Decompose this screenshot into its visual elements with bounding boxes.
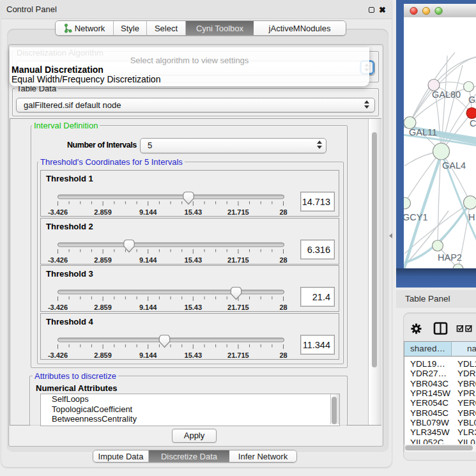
svg-text:HAP2: HAP2 bbox=[438, 252, 462, 263]
svg-text:9.144: 9.144 bbox=[139, 351, 157, 358]
svg-text:Threshold 3: Threshold 3 bbox=[46, 269, 93, 279]
svg-text:GAL11: GAL11 bbox=[409, 127, 437, 137]
svg-text:Threshold 1: Threshold 1 bbox=[46, 174, 93, 183]
svg-text:21.715: 21.715 bbox=[227, 351, 249, 358]
svg-text:15.43: 15.43 bbox=[185, 303, 203, 311]
svg-text:28: 28 bbox=[279, 351, 287, 358]
svg-text:GAL4: GAL4 bbox=[442, 160, 466, 171]
svg-text:GAL80: GAL80 bbox=[432, 89, 461, 100]
svg-text:15.43: 15.43 bbox=[185, 256, 203, 263]
svg-text:21.715: 21.715 bbox=[227, 303, 249, 311]
svg-text:28: 28 bbox=[279, 303, 287, 311]
svg-text:-3.426: -3.426 bbox=[48, 351, 68, 358]
svg-text:21.715: 21.715 bbox=[227, 256, 249, 263]
svg-text:2.859: 2.859 bbox=[94, 303, 112, 311]
svg-text:28: 28 bbox=[279, 256, 287, 263]
svg-text:C: C bbox=[470, 118, 476, 128]
svg-text:2.859: 2.859 bbox=[94, 351, 112, 358]
svg-text:9.144: 9.144 bbox=[139, 303, 157, 311]
svg-text:Threshold 2: Threshold 2 bbox=[46, 222, 93, 231]
svg-text:H: H bbox=[468, 212, 475, 222]
svg-text:-3.426: -3.426 bbox=[48, 256, 68, 263]
svg-text:28: 28 bbox=[279, 208, 287, 216]
svg-text:9.144: 9.144 bbox=[139, 256, 157, 263]
svg-text:15.43: 15.43 bbox=[185, 351, 203, 358]
svg-text:-3.426: -3.426 bbox=[48, 208, 68, 216]
svg-text:9.144: 9.144 bbox=[139, 208, 157, 216]
svg-text:Threshold 4: Threshold 4 bbox=[46, 317, 93, 326]
svg-text:-3.426: -3.426 bbox=[48, 303, 68, 311]
svg-text:GCY1: GCY1 bbox=[404, 212, 428, 222]
svg-text:2.859: 2.859 bbox=[94, 208, 112, 216]
svg-text:2.859: 2.859 bbox=[94, 256, 112, 263]
svg-text:GA: GA bbox=[468, 95, 476, 105]
svg-text:21.715: 21.715 bbox=[227, 208, 249, 216]
svg-text:15.43: 15.43 bbox=[185, 208, 203, 216]
